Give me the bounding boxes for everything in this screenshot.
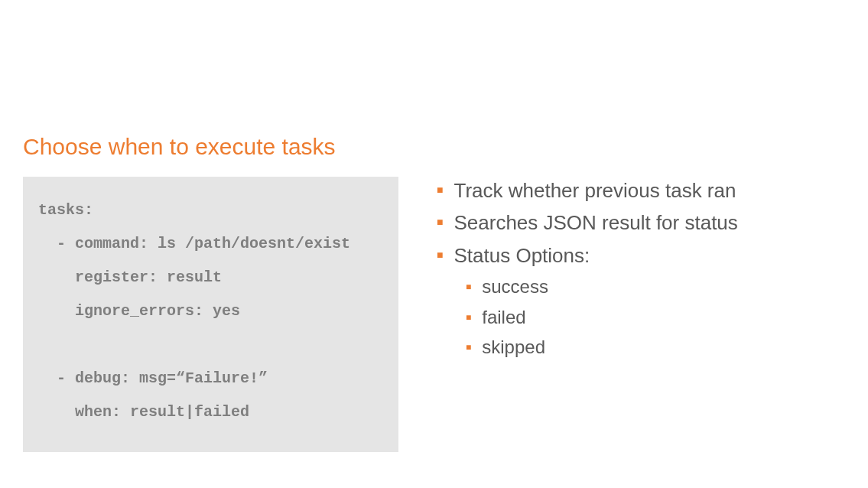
list-item: ■ Track whether previous task ran [437, 177, 738, 204]
code-example-block: tasks: - command: ls /path/doesnt/exist … [23, 177, 398, 452]
bullet-text: Searches JSON result for status [454, 209, 737, 236]
bullet-text: skipped [482, 334, 545, 360]
slide-heading: Choose when to execute tasks [23, 134, 845, 160]
bullet-text: failed [482, 304, 525, 330]
slide-content: Choose when to execute tasks tasks: - co… [0, 0, 868, 475]
content-row: tasks: - command: ls /path/doesnt/exist … [23, 177, 845, 452]
bullet-square-icon: ■ [466, 313, 471, 322]
list-item: ■ Status Options: [437, 242, 738, 269]
sub-list: ■ success ■ failed ■ skipped [466, 274, 738, 360]
list-item: ■ Searches JSON result for status [437, 209, 738, 236]
bullet-text: Track whether previous task ran [454, 177, 736, 204]
bullet-text: Status Options: [454, 242, 590, 269]
list-item: ■ success [466, 274, 738, 300]
bullet-text: success [482, 274, 548, 300]
bullet-square-icon: ■ [437, 184, 443, 195]
bullet-square-icon: ■ [466, 343, 471, 352]
bullet-square-icon: ■ [437, 216, 443, 227]
list-item: ■ failed [466, 304, 738, 330]
bullet-list: ■ Track whether previous task ran ■ Sear… [437, 177, 738, 365]
bullet-square-icon: ■ [437, 249, 443, 260]
list-item: ■ skipped [466, 334, 738, 360]
bullet-square-icon: ■ [466, 282, 471, 291]
code-text: tasks: - command: ls /path/doesnt/exist … [38, 194, 383, 429]
